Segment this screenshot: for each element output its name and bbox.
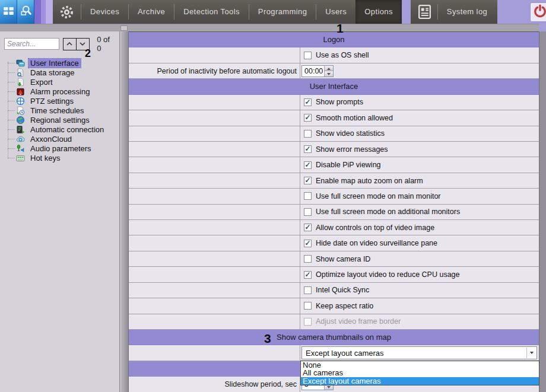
- ptz-icon: [16, 97, 26, 106]
- system-log-icon[interactable]: [412, 4, 437, 20]
- checkbox-enable-map-auto-zoom-on-alarm[interactable]: [304, 177, 312, 184]
- sidebar-item-hot-keys[interactable]: Hot keys: [0, 153, 119, 162]
- time-spin-up-button[interactable]: [325, 66, 333, 72]
- settings-row-show-error-messages: Show error messages: [129, 142, 539, 157]
- export-icon: [16, 78, 26, 87]
- field-label: Period of inactivity before automatic lo…: [157, 67, 297, 75]
- time-input-value: 00:00: [302, 66, 324, 77]
- row-value-cell: Use as OS shell: [300, 47, 539, 62]
- tab-options[interactable]: Options: [355, 0, 402, 24]
- time-spinner: [324, 66, 333, 77]
- sidebar-item-audio-parameters[interactable]: Audio parameters: [0, 144, 119, 153]
- settings-sidebar: 0 of 0 User InterfaceData storageExportA…: [0, 31, 119, 392]
- checkbox-keep-aspect-ratio[interactable]: [304, 302, 312, 310]
- time-input[interactable]: 00:00: [301, 65, 334, 77]
- settings-row-intel-quick-sync: Intel Quick Sync: [129, 283, 539, 298]
- checkbox-use-full-screen-mode-on-main-monitor[interactable]: [304, 192, 312, 200]
- checkbox-smooth-motion-allowed[interactable]: [304, 114, 312, 122]
- row-value-cell: Except layout cameras: [300, 345, 539, 360]
- tab-archive[interactable]: Archive: [129, 0, 174, 24]
- checkbox-intel-quick-sync[interactable]: [304, 286, 312, 294]
- thumbnails-dropdown-list: NoneAll camerasExcept layout cameras: [300, 361, 539, 385]
- tab-programming[interactable]: Programming: [249, 0, 316, 24]
- row-label-cell: [129, 110, 300, 125]
- system-log-button[interactable]: System log: [438, 0, 496, 24]
- checkbox-allow-controls-on-top-of-video-image[interactable]: [304, 224, 312, 231]
- section-header-label: User Interface: [310, 82, 358, 91]
- row-value-cell: Adjust video frame border: [300, 314, 539, 329]
- checkbox-label: Show video statistics: [316, 129, 385, 138]
- checkbox-use-as-os-shell[interactable]: [304, 52, 312, 59]
- sidebar-item-data-storage[interactable]: Data storage: [0, 68, 119, 77]
- sidebar-item-time-schedules[interactable]: Time schedules: [0, 106, 119, 115]
- search-input[interactable]: [4, 38, 59, 50]
- sidebar-item-user-interface[interactable]: User Interface: [0, 58, 119, 68]
- content-area: 0 of 0 User InterfaceData storageExportA…: [0, 31, 546, 392]
- settings-row-smooth-motion-allowed: Smooth motion allowed: [129, 110, 539, 126]
- dropdown-option-none[interactable]: None: [301, 361, 539, 369]
- thumbnails-mode-combobox[interactable]: Except layout cameras: [301, 346, 537, 359]
- checkbox-optimize-layout-video-to-reduce-cpu-usage[interactable]: [304, 271, 312, 279]
- settings-row-optimize-layout-video-to-reduce-cpu-usage: Optimize layout video to reduce CPU usag…: [129, 267, 539, 282]
- panel-splitter[interactable]: [119, 31, 129, 392]
- system-log-group: System log: [411, 0, 497, 24]
- row-value-cell: Use full screen mode on main monitor: [300, 189, 539, 203]
- combobox-arrow-icon[interactable]: [526, 348, 536, 358]
- annotation-marker-3: 3: [264, 332, 271, 345]
- section-header-label: Show camera thumbnails on map: [277, 333, 391, 342]
- sidebar-item-export[interactable]: Export: [0, 77, 119, 87]
- alarm-icon: [16, 87, 26, 96]
- checkbox-show-prompts[interactable]: [304, 98, 312, 106]
- archive-search-button[interactable]: [17, 0, 34, 24]
- layouts-button[interactable]: [0, 0, 17, 24]
- splitter-grip[interactable]: [120, 26, 128, 31]
- checkbox-disable-pip-viewing[interactable]: [304, 161, 312, 169]
- row-value-cell: Keep aspect ratio: [300, 298, 539, 313]
- checkbox-label: Smooth motion allowed: [316, 114, 393, 122]
- checkbox-show-error-messages[interactable]: [304, 145, 312, 153]
- tab-devices[interactable]: Devices: [81, 0, 128, 24]
- row-value-cell: Optimize layout video to reduce CPU usag…: [300, 267, 539, 282]
- row-label-cell: [129, 126, 300, 141]
- sidebar-item-regional-settings[interactable]: Regional settings: [0, 115, 119, 125]
- checkbox-show-video-statistics[interactable]: [304, 130, 312, 138]
- row-label-cell: [129, 220, 300, 235]
- section-header-label: Logon: [323, 35, 344, 44]
- checkbox-label: Show error messages: [316, 145, 388, 154]
- row-value-cell: Enable map auto zoom on alarm: [300, 173, 539, 188]
- row-value-cell: Allow controls on top of video image: [300, 220, 539, 235]
- data-storage-icon: [16, 68, 26, 77]
- settings-row-hide-date-on-video-surveillance-pane: Hide date on video surveillance pane: [129, 235, 539, 251]
- checkbox-label: Use as OS shell: [316, 51, 369, 59]
- row-value-cell: Intel Quick Sync: [300, 283, 539, 298]
- checkbox-adjust-video-frame-border: [304, 318, 312, 326]
- toolbar-substrip: [0, 24, 539, 31]
- settings-gear-icon[interactable]: [53, 5, 81, 20]
- sidebar-item-alarm-processing[interactable]: Alarm processing: [0, 87, 119, 96]
- row-label-cell: [129, 267, 300, 282]
- search-result-counter: 0 of 0: [97, 35, 116, 53]
- sidebar-item-automatic-connection[interactable]: Automatic connection: [0, 125, 119, 134]
- settings-row-use-full-screen-mode-on-main-monitor: Use full screen mode on main monitor: [129, 189, 539, 204]
- layout-grid-icon: [3, 5, 14, 19]
- checkbox-label: Show camera ID: [316, 255, 370, 263]
- sidebar-item-axxoncloud[interactable]: AxxonCloud: [0, 134, 119, 144]
- checkbox-use-full-screen-mode-on-additional-monitors[interactable]: [304, 208, 312, 216]
- tab-users[interactable]: Users: [316, 0, 355, 24]
- sidebar-item-ptz-settings[interactable]: PTZ settings: [0, 96, 119, 106]
- row-label-cell: [129, 283, 300, 298]
- row-value-cell: Show camera ID: [300, 251, 539, 266]
- dropdown-option-all-cameras[interactable]: All cameras: [301, 369, 539, 377]
- checkbox-show-camera-id[interactable]: [304, 255, 312, 263]
- row-label-cell: [129, 173, 300, 188]
- settings-row-allow-controls-on-top-of-video-image: Allow controls on top of video image: [129, 220, 539, 235]
- power-button[interactable]: [530, 2, 546, 22]
- dropdown-option-except-layout-cameras[interactable]: Except layout cameras: [301, 377, 539, 385]
- tab-detection-tools[interactable]: Detection Tools: [174, 0, 249, 24]
- settings-row-disable-pip-viewing: Disable PiP viewing: [129, 157, 539, 173]
- checkbox-label: Disable PiP viewing: [316, 161, 381, 169]
- checkbox-hide-date-on-video-surveillance-pane[interactable]: [304, 240, 312, 247]
- row-label-cell: [129, 345, 300, 360]
- time-spin-down-button[interactable]: [325, 71, 333, 77]
- search-prev-button[interactable]: [63, 38, 77, 50]
